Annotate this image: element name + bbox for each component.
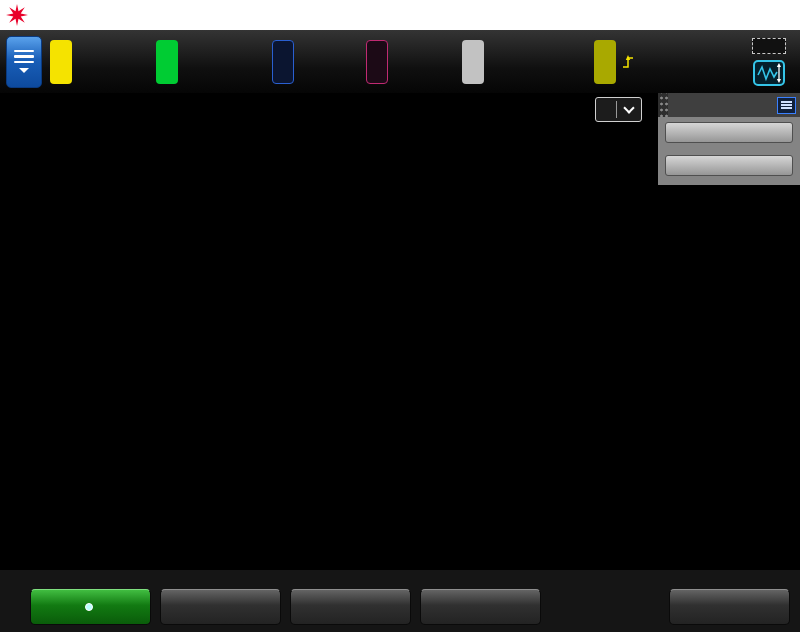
chevron-down-icon [19,68,29,73]
channel4-summary-row [667,252,791,272]
menu-title [0,570,800,587]
top-bar [0,0,800,30]
channel1-badge[interactable] [50,40,72,84]
keysight-spark-icon [6,4,28,26]
menu-icon [14,50,34,53]
drag-grip[interactable] [658,93,668,117]
softkey-signals[interactable] [290,589,411,625]
keysight-logo [0,4,228,26]
channel1-controls[interactable] [50,40,148,84]
wave-drag-tool-icon[interactable] [753,60,785,86]
waveform-display [0,93,658,570]
horizontal-controls[interactable] [462,40,560,84]
menu-button[interactable] [6,36,42,88]
acquire-button[interactable] [665,122,793,143]
channel2-controls[interactable] [156,40,254,84]
lister-icon[interactable] [777,97,796,114]
softkey-decode-list[interactable] [669,589,790,625]
trigger-slope-icon [622,55,634,69]
softkey-address-size[interactable] [420,589,541,625]
summary-sidebar [658,93,800,570]
softkey-menu [0,570,800,632]
oscilloscope-screen [0,0,800,632]
channels-button[interactable] [665,155,793,176]
s1-radio-icon [85,603,93,611]
waveform-plot[interactable] [0,93,658,570]
trigger-badge[interactable] [594,40,616,84]
channel3-badge[interactable] [272,40,294,84]
horizontal-badge[interactable] [462,40,484,84]
sidebar-header [658,93,800,117]
trigger-controls[interactable] [594,40,656,84]
touch-zone-icon[interactable] [752,38,786,54]
softkey-serial[interactable] [30,589,151,625]
decode-list-button[interactable] [595,97,642,122]
softkey-mode[interactable] [160,589,281,625]
channel-summary-list [658,185,800,570]
channel2-summary-row [667,212,791,232]
channel3-summary-row [667,232,791,252]
channel2-badge[interactable] [156,40,178,84]
chevron-down-icon [623,102,634,113]
channel1-summary-row [667,192,791,212]
channel4-badge[interactable] [366,40,388,84]
control-bar [0,30,800,93]
